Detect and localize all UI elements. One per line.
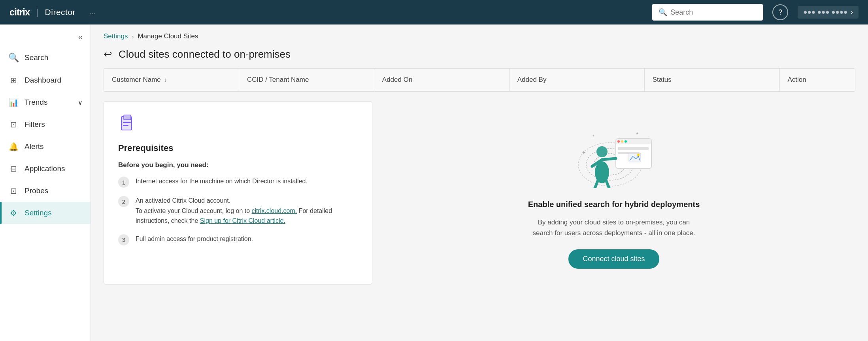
column-label: Added By <box>517 76 547 84</box>
prereq-item-1: 1 Internet access for the machine on whi… <box>118 176 358 188</box>
page-title: Cloud sites connected to on-premises <box>119 48 291 60</box>
sidebar-item-label: Probes <box>25 187 48 195</box>
connect-cloud-sites-button[interactable]: Connect cloud sites <box>568 249 659 269</box>
sidebar-item-dashboard[interactable]: ⊞ Dashboard <box>0 69 91 91</box>
account-menu[interactable]: ●●● ●●● ●●●● › <box>798 6 859 19</box>
cloud-sites-table: Customer Name ↓ CCID / Tenant Name Added… <box>104 68 855 92</box>
breadcrumb-separator: › <box>132 33 134 40</box>
breadcrumb: Settings › Manage Cloud Sites <box>91 24 868 44</box>
breadcrumb-parent[interactable]: Settings <box>104 32 128 40</box>
svg-point-16 <box>596 146 608 157</box>
sidebar-item-filters[interactable]: ⊡ Filters <box>0 113 91 136</box>
sidebar-item-label: Settings <box>25 209 52 217</box>
sidebar-item-alerts[interactable]: 🔔 Alerts <box>0 136 91 158</box>
citrix-wordmark: citrix <box>9 7 30 18</box>
search-icon: 🔍 <box>8 53 19 63</box>
svg-line-21 <box>606 180 610 188</box>
prerequisites-title: Prerequisites <box>118 143 358 153</box>
column-added-on: Added On <box>374 69 509 91</box>
column-customer-name[interactable]: Customer Name ↓ <box>104 69 239 91</box>
prerequisites-panel: Prerequisites Before you begin, you need… <box>104 101 372 284</box>
alerts-icon: 🔔 <box>8 142 19 151</box>
prereq-num-2: 2 <box>118 196 129 207</box>
sidebar-item-label: Dashboard <box>25 76 61 85</box>
sidebar-item-settings[interactable]: ⚙ Settings <box>0 202 91 224</box>
right-panel-description: By adding your cloud sites to on-premise… <box>527 217 701 238</box>
sidebar-item-label: Alerts <box>25 142 44 151</box>
right-panel-title: Enable unified search for hybrid deploym… <box>528 200 700 209</box>
probes-icon: ⊡ <box>8 186 19 196</box>
svg-point-15 <box>637 154 640 156</box>
column-ccid: CCID / Tenant Name <box>239 69 374 91</box>
search-bar[interactable]: 🔍 <box>652 4 763 21</box>
search-input[interactable] <box>670 8 757 17</box>
prereq-num-1: 1 <box>118 177 129 188</box>
svg-line-20 <box>594 180 598 188</box>
back-button[interactable]: ↩ <box>104 48 112 60</box>
prereq-text-2: An activated Citrix Cloud account. To ac… <box>136 196 358 226</box>
prerequisites-icon <box>118 114 358 137</box>
table-header: Customer Name ↓ CCID / Tenant Name Added… <box>104 69 855 91</box>
prereq-item-2: 2 An activated Citrix Cloud account. To … <box>118 196 358 226</box>
prereq-text-2a: An activated Citrix Cloud account. To ac… <box>136 197 252 214</box>
column-label: Action <box>788 76 806 84</box>
sidebar: « 🔍 Search ⊞ Dashboard 📊 Trends ∨ ⊡ Filt… <box>0 24 91 341</box>
svg-text:✦: ✦ <box>592 134 595 138</box>
prereq-num-3: 3 <box>118 234 129 245</box>
column-added-by: Added By <box>509 69 645 91</box>
prereq-text-3: Full admin access for product registrati… <box>136 234 253 244</box>
citrix-cloud-link[interactable]: citrix.cloud.com. <box>252 207 297 214</box>
svg-text:✦: ✦ <box>636 131 639 136</box>
applications-icon: ⊟ <box>8 164 19 173</box>
svg-rect-2 <box>123 122 131 123</box>
settings-icon: ⚙ <box>8 208 19 218</box>
product-name: Director <box>45 8 76 17</box>
sidebar-item-applications[interactable]: ⊟ Applications <box>0 158 91 180</box>
page-header: ↩ Cloud sites connected to on-premises <box>91 44 868 68</box>
svg-point-9 <box>617 140 620 143</box>
svg-point-11 <box>625 140 627 143</box>
sidebar-item-label: Trends <box>25 98 47 107</box>
svg-rect-1 <box>124 115 131 120</box>
search-icon: 🔍 <box>659 8 667 17</box>
illustration: ✦ ✦ ✦ <box>570 117 657 188</box>
sidebar-collapse-button[interactable]: « <box>77 31 84 43</box>
help-icon: ? <box>778 8 782 17</box>
topnav: citrix | Director ... 🔍 ? ●●● ●●● ●●●● › <box>0 0 868 24</box>
content-area: Settings › Manage Cloud Sites ↩ Cloud si… <box>91 24 868 341</box>
svg-point-10 <box>621 140 623 143</box>
signup-link[interactable]: Sign up for Citrix Cloud article. <box>200 217 285 224</box>
prereq-item-3: 3 Full admin access for product registra… <box>118 234 358 245</box>
svg-line-19 <box>602 158 616 160</box>
svg-text:✦: ✦ <box>581 149 586 156</box>
column-label: Status <box>653 76 672 84</box>
sidebar-item-probes[interactable]: ⊡ Probes <box>0 180 91 202</box>
right-panel: ✦ ✦ ✦ Enable unified search for hybrid d… <box>372 101 855 284</box>
sidebar-item-trends[interactable]: 📊 Trends ∨ <box>0 91 91 113</box>
sidebar-collapse-area: « <box>0 24 91 46</box>
column-status: Status <box>645 69 780 91</box>
trends-icon: 📊 <box>8 98 19 107</box>
content-panels: Prerequisites Before you begin, you need… <box>104 101 855 284</box>
dashboard-icon: ⊞ <box>8 75 19 85</box>
prerequisites-subtitle: Before you begin, you need: <box>118 161 358 169</box>
sidebar-item-label: Search <box>25 53 48 62</box>
sidebar-item-label: Applications <box>25 164 65 173</box>
svg-rect-12 <box>618 147 649 150</box>
column-action: Action <box>780 69 855 91</box>
account-label: ●●● ●●● ●●●● <box>803 8 847 16</box>
chevron-down-icon: ∨ <box>78 99 83 106</box>
user-info: ... <box>90 8 95 16</box>
sidebar-item-label: Filters <box>25 120 45 129</box>
breadcrumb-current: Manage Cloud Sites <box>138 32 198 40</box>
prereq-text-1: Internet access for the machine on which… <box>136 176 308 187</box>
column-label: Customer Name <box>112 76 161 84</box>
column-label: CCID / Tenant Name <box>247 76 309 84</box>
column-label: Added On <box>382 76 413 84</box>
filters-icon: ⊡ <box>8 120 19 129</box>
help-button[interactable]: ? <box>772 4 788 20</box>
sidebar-item-search[interactable]: 🔍 Search <box>0 46 91 69</box>
back-arrow-icon: ↩ <box>104 48 112 60</box>
brand-logo: citrix | Director <box>9 7 75 18</box>
sort-icon: ↓ <box>164 77 167 83</box>
